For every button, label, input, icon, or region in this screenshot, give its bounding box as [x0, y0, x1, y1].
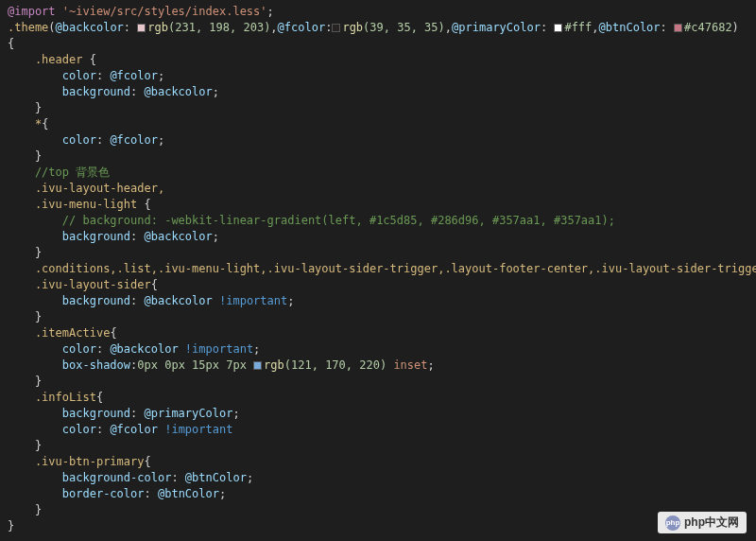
- color-swatch-icon: [332, 24, 340, 32]
- code-line: }: [0, 309, 756, 325]
- code-line: .conditions,.list,.ivu-menu-light,.ivu-l…: [0, 261, 756, 277]
- color-swatch-icon: [137, 24, 146, 32]
- code-line: }: [0, 502, 756, 518]
- code-line: color: @fcolor;: [0, 132, 756, 148]
- code-line: border-color: @btnColor;: [0, 486, 756, 502]
- code-line: background: @primaryColor;: [0, 406, 756, 422]
- code-line: }: [0, 148, 756, 165]
- code-line: box-shadow:0px 0px 15px 7px rgb(121, 170…: [0, 358, 756, 374]
- code-line: }: [0, 438, 756, 454]
- code-line: color: @fcolor;: [0, 68, 756, 84]
- code-line: background-color: @btnColor;: [0, 470, 756, 486]
- code-line: background: @backcolor !important;: [0, 293, 756, 309]
- code-line: // background: -webkit-linear-gradient(l…: [0, 213, 756, 229]
- code-line: background: @backcolor;: [0, 84, 756, 100]
- code-line: color: @fcolor !important: [0, 422, 756, 438]
- php-logo-icon: php: [665, 515, 680, 531]
- code-line: .itemActive{: [0, 325, 756, 341]
- code-line: .ivu-layout-sider{: [0, 277, 756, 293]
- code-line: *{: [0, 116, 756, 132]
- code-line: color: @backcolor !important;: [0, 341, 756, 358]
- code-line: @import '~iview/src/styles/index.less';: [0, 4, 756, 20]
- code-line: .ivu-layout-header,: [0, 181, 756, 197]
- code-line: .ivu-btn-primary{: [0, 454, 756, 470]
- code-line: .theme(@backcolor: rgb(231, 198, 203),@f…: [0, 20, 756, 36]
- code-line: .header {: [0, 52, 756, 68]
- code-line: .ivu-menu-light {: [0, 197, 756, 213]
- code-line: {: [0, 36, 756, 52]
- watermark-text: php中文网: [684, 515, 739, 531]
- code-line: }: [0, 518, 756, 534]
- watermark: php php中文网: [658, 512, 747, 533]
- color-swatch-icon: [253, 361, 262, 370]
- code-editor[interactable]: @import '~iview/src/styles/index.less'; …: [0, 4, 756, 534]
- code-line: .infoList{: [0, 390, 756, 406]
- code-line: }: [0, 245, 756, 261]
- code-line: }: [0, 100, 756, 116]
- code-line: background: @backcolor;: [0, 229, 756, 245]
- code-line: //top 背景色: [0, 165, 756, 181]
- code-line: }: [0, 374, 756, 390]
- color-swatch-icon: [554, 24, 562, 32]
- color-swatch-icon: [674, 24, 682, 32]
